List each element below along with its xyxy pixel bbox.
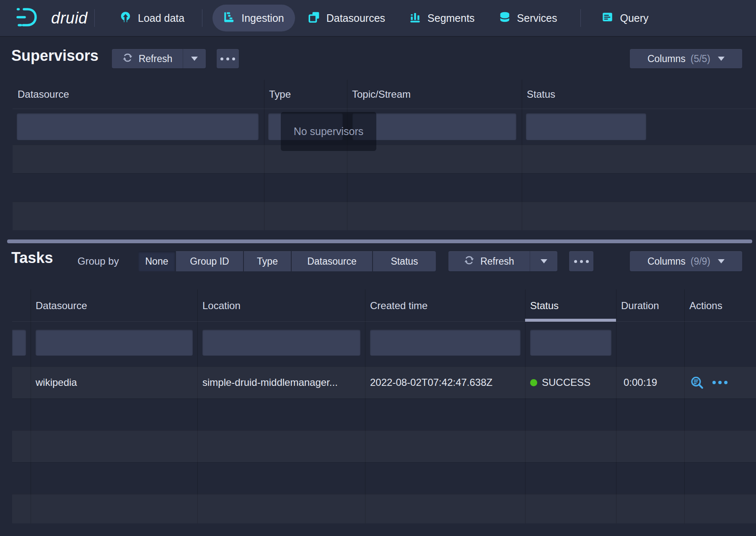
bar-chart-icon [409,11,421,25]
top-nav: druid Load data [0,0,756,37]
more-icon [574,260,589,263]
cell-duration[interactable]: 0:00:19 [624,367,657,398]
nav-divider [580,9,581,27]
column-divider [525,289,526,523]
cell-datasource[interactable]: wikipedia [36,367,77,398]
row-divider [13,173,756,174]
nav-item-load-data[interactable]: Load data [109,5,195,31]
supervisors-columns-button[interactable]: Columns (5/5) [630,49,742,68]
filter-input-datasource[interactable] [17,113,259,140]
nav-divider [94,9,95,27]
ingestion-chart-icon [223,11,235,25]
columns-count: (9/9) [691,256,710,267]
chevron-down-icon [718,259,725,263]
column-divider [31,289,31,523]
upload-icon [120,11,131,25]
filter-input-topic-stream[interactable] [352,113,516,140]
empty-state: No supervisors [281,112,376,151]
group-by-group-id-button[interactable]: Group ID [176,251,243,271]
tasks-refresh-button[interactable]: Refresh [448,251,530,271]
tasks-title: Tasks [11,249,53,267]
nav-item-query[interactable]: Query [591,5,659,31]
group-by-datasource-button[interactable]: Datasource [292,251,372,271]
brand-name: druid [51,9,88,27]
refresh-label: Refresh [139,53,173,65]
column-header-location[interactable]: Location [202,289,241,322]
supervisors-table: Datasource Type Topic/Stream Status No s… [13,80,756,230]
supervisors-refresh-caret-button[interactable] [183,49,206,68]
chevron-down-icon [718,57,725,61]
nav-item-label: Load data [138,12,184,24]
supervisors-refresh-split: Refresh [112,49,206,68]
columns-label: Columns [647,53,686,65]
nav-item-label: Segments [427,12,475,24]
nav-item-segments[interactable]: Segments [399,5,486,31]
column-header-type[interactable]: Type [269,80,291,109]
supervisors-refresh-button[interactable]: Refresh [112,49,183,68]
columns-label: Columns [647,256,686,267]
header-divider [12,321,756,322]
column-header-datasource[interactable]: Datasource [36,289,87,322]
column-header-duration[interactable]: Duration [621,289,659,322]
column-header-created-time[interactable]: Created time [370,289,427,322]
nav-item-services[interactable]: Services [488,5,568,31]
column-divider [197,289,198,523]
empty-message: No supervisors [294,125,364,138]
filter-input-status[interactable] [530,330,611,356]
table-row [12,430,756,462]
cell-location[interactable]: simple-druid-middlemanager... [202,367,338,398]
filter-input-location[interactable] [202,330,360,356]
console-icon [602,11,613,25]
tasks-columns-button[interactable]: Columns (9/9) [630,251,742,271]
column-header-datasource[interactable]: Datasource [18,80,69,109]
tasks-table: Datasource Location Created time Status … [12,289,756,523]
nav-item-datasources[interactable]: Datasources [298,5,396,31]
header-divider [13,109,756,109]
refresh-label: Refresh [480,256,514,267]
database-icon [499,11,510,25]
cell-actions [690,367,728,398]
success-dot-icon [530,379,537,386]
filter-input-status[interactable] [526,113,646,140]
column-divider [684,289,685,523]
row-divider [12,398,756,399]
chevron-down-icon [191,57,198,61]
column-divider [365,289,365,523]
layers-icon [308,11,320,25]
nav-item-label: Ingestion [241,12,284,24]
table-row [13,145,756,173]
column-header-actions[interactable]: Actions [689,289,722,322]
druid-logo[interactable]: druid [15,7,88,29]
task-details-magnifier-icon[interactable] [690,375,704,390]
group-by-label: Group by [78,251,119,271]
table-row [12,494,756,523]
cell-status[interactable]: SUCCESS [530,367,590,398]
druid-console: druid Load data [0,0,756,536]
task-more-actions-icon[interactable] [712,381,728,384]
more-icon [220,57,235,60]
refresh-icon [464,255,474,268]
filter-input-datasource[interactable] [36,330,193,356]
nav-item-label: Datasources [326,12,385,24]
tasks-refresh-caret-button[interactable] [530,251,557,271]
nav-item-label: Services [517,12,557,24]
tasks-more-button[interactable] [569,251,593,271]
filter-input-partial[interactable] [12,330,26,356]
tasks-refresh-split: Refresh [448,251,557,271]
column-header-status[interactable]: Status [527,80,555,109]
row-divider [12,462,756,463]
table-row [13,202,756,230]
status-text: SUCCESS [542,377,590,388]
group-by-button-group: None Group ID Type Datasource Status [138,251,436,271]
refresh-icon [122,52,133,65]
column-header-status-sorted[interactable]: Status [530,289,559,322]
cell-created-time[interactable]: 2022-08-02T07:42:47.638Z [370,367,492,398]
supervisors-more-button[interactable] [217,49,239,68]
nav-item-ingestion[interactable]: Ingestion [212,5,295,31]
filter-input-created-time[interactable] [370,330,520,356]
horizontal-scrollbar[interactable] [7,239,752,243]
column-header-topic-stream[interactable]: Topic/Stream [352,80,411,109]
group-by-none-button[interactable]: None [138,251,175,271]
group-by-type-button[interactable]: Type [244,251,291,271]
group-by-status-button[interactable]: Status [373,251,436,271]
